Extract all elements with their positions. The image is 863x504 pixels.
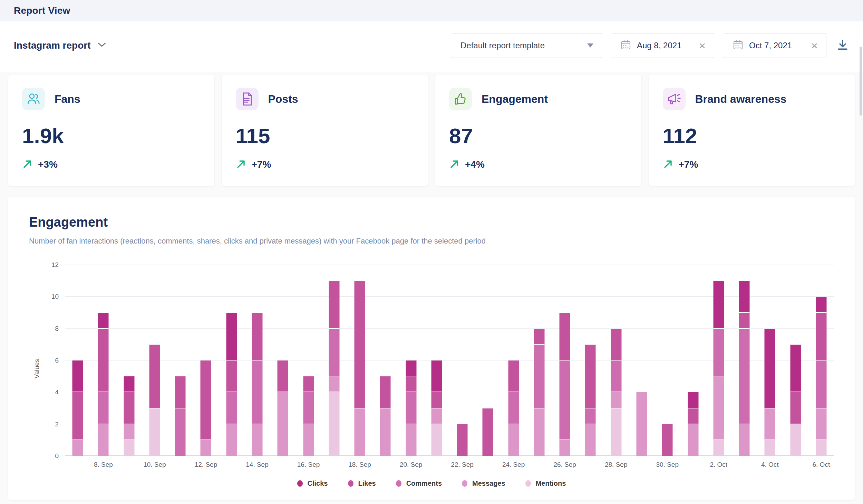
bar-segment-likes[interactable] [688, 408, 698, 424]
bar-segment-likes[interactable] [816, 313, 826, 361]
bar-segment-likes[interactable] [406, 376, 416, 392]
bar-segment-likes[interactable] [252, 313, 262, 361]
bar-segment-messages[interactable] [329, 376, 339, 392]
bar-segment-messages[interactable] [508, 424, 519, 456]
bar-segment-likes[interactable] [534, 329, 544, 345]
bar-segment-messages[interactable] [534, 408, 544, 456]
bar-stack-5-oct[interactable] [790, 345, 801, 456]
bar-segment-mentions[interactable] [124, 440, 134, 456]
bar-segment-messages[interactable] [431, 408, 442, 424]
bar-stack-14-sep[interactable] [252, 313, 262, 456]
bar-segment-mentions[interactable] [611, 408, 621, 456]
bar-segment-comments[interactable] [816, 360, 826, 408]
bar-segment-messages[interactable] [226, 424, 237, 456]
bar-segment-comments[interactable] [508, 392, 519, 424]
bar-segment-comments[interactable] [560, 360, 570, 440]
bar-segment-clicks[interactable] [688, 392, 698, 408]
bar-segment-messages[interactable] [124, 424, 134, 440]
bar-segment-messages[interactable] [611, 392, 621, 408]
bar-segment-likes[interactable] [355, 281, 365, 408]
bar-stack-1-oct[interactable] [688, 392, 698, 456]
bar-segment-likes[interactable] [662, 424, 673, 456]
bar-segment-messages[interactable] [98, 424, 109, 456]
bar-segment-comments[interactable] [252, 360, 262, 424]
bar-segment-likes[interactable] [226, 360, 237, 392]
bar-stack-30-sep[interactable] [662, 424, 673, 456]
bar-segment-comments[interactable] [534, 345, 544, 408]
bar-stack-21-sep[interactable] [431, 360, 442, 456]
bar-stack-4-oct[interactable] [765, 329, 775, 456]
bar-segment-likes[interactable] [739, 313, 750, 329]
bar-segment-messages[interactable] [380, 408, 391, 456]
bar-stack-3-oct[interactable] [739, 281, 750, 456]
bar-segment-mentions[interactable] [713, 440, 724, 456]
legend-item-comments[interactable]: Comments [396, 480, 442, 487]
bar-stack-12-sep[interactable] [201, 360, 211, 456]
bar-segment-mentions[interactable] [765, 440, 775, 456]
bar-segment-likes[interactable] [98, 329, 109, 393]
bar-segment-messages[interactable] [355, 408, 365, 456]
bar-segment-messages[interactable] [636, 392, 647, 456]
bar-segment-clicks[interactable] [713, 281, 724, 329]
bar-stack-8-sep[interactable] [98, 313, 109, 456]
bar-segment-messages[interactable] [585, 424, 596, 456]
bar-segment-comments[interactable] [303, 392, 314, 424]
report-selector[interactable]: Instagram report [14, 40, 106, 51]
bar-segment-likes[interactable] [149, 345, 160, 408]
bar-stack-17-sep[interactable] [329, 281, 339, 456]
bar-segment-comments[interactable] [739, 329, 750, 424]
bar-segment-likes[interactable] [790, 392, 801, 424]
bar-segment-clicks[interactable] [790, 345, 801, 393]
bar-segment-likes[interactable] [483, 408, 493, 456]
bar-stack-9-sep[interactable] [124, 376, 134, 456]
bar-segment-likes[interactable] [175, 376, 186, 408]
bar-segment-clicks[interactable] [226, 313, 237, 361]
bar-segment-messages[interactable] [72, 440, 83, 456]
bar-segment-likes[interactable] [380, 376, 391, 408]
bar-segment-likes[interactable] [585, 345, 596, 408]
legend-item-likes[interactable]: Likes [348, 480, 376, 487]
bar-stack-18-sep[interactable] [355, 281, 365, 456]
bar-segment-mentions[interactable] [816, 440, 826, 456]
bar-segment-mentions[interactable] [329, 392, 339, 456]
bar-segment-messages[interactable] [201, 440, 211, 456]
bar-segment-messages[interactable] [560, 440, 570, 456]
bar-segment-likes[interactable] [278, 360, 288, 392]
bar-segment-messages[interactable] [688, 424, 698, 456]
bar-stack-16-sep[interactable] [303, 376, 314, 456]
bar-stack-2-oct[interactable] [713, 281, 724, 456]
bar-stack-23-sep[interactable] [483, 408, 493, 456]
close-icon[interactable]: × [699, 40, 706, 51]
bar-segment-clicks[interactable] [124, 376, 134, 392]
bar-segment-likes[interactable] [457, 424, 468, 456]
bar-segment-clicks[interactable] [72, 360, 83, 392]
bar-stack-24-sep[interactable] [508, 360, 519, 456]
template-select[interactable]: Default report template [452, 33, 602, 58]
bar-segment-messages[interactable] [816, 408, 826, 440]
bar-segment-messages[interactable] [303, 424, 314, 456]
bar-segment-likes[interactable] [431, 392, 442, 408]
bar-segment-messages[interactable] [252, 424, 262, 456]
bar-stack-27-sep[interactable] [585, 345, 596, 456]
bar-segment-likes[interactable] [124, 392, 134, 424]
bar-segment-messages[interactable] [278, 392, 288, 456]
legend-item-clicks[interactable]: Clicks [297, 480, 328, 487]
bar-segment-comments[interactable] [98, 392, 109, 424]
bar-segment-likes[interactable] [560, 313, 570, 361]
bar-stack-25-sep[interactable] [534, 329, 544, 456]
bar-segment-messages[interactable] [765, 408, 775, 440]
bar-segment-clicks[interactable] [98, 313, 109, 329]
bar-stack-29-sep[interactable] [636, 392, 647, 456]
bar-segment-comments[interactable] [406, 392, 416, 424]
bar-segment-likes[interactable] [72, 392, 83, 440]
bar-segment-clicks[interactable] [739, 281, 750, 313]
bar-stack-10-sep[interactable] [149, 345, 160, 456]
bar-stack-28-sep[interactable] [611, 329, 621, 456]
bar-segment-comments[interactable] [175, 408, 186, 456]
bar-segment-clicks[interactable] [765, 329, 775, 408]
bar-stack-20-sep[interactable] [406, 360, 416, 456]
bar-segment-messages[interactable] [713, 376, 724, 440]
bar-stack-26-sep[interactable] [560, 313, 570, 456]
bar-stack-19-sep[interactable] [380, 376, 391, 456]
bar-stack-6-oct[interactable] [816, 297, 826, 456]
